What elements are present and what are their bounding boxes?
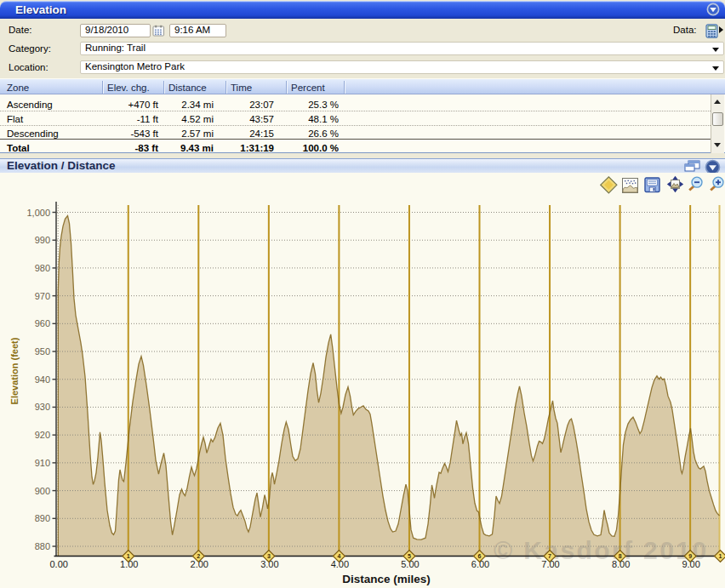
svg-text:9: 9 xyxy=(688,553,692,559)
svg-text:920: 920 xyxy=(35,430,50,440)
svg-text:900: 900 xyxy=(35,486,50,496)
svg-text:7: 7 xyxy=(548,553,551,559)
svg-text:© Kasdorf 2010: © Kasdorf 2010 xyxy=(494,536,708,564)
svg-text:910: 910 xyxy=(35,458,50,468)
svg-text:880: 880 xyxy=(35,541,50,551)
svg-text:960: 960 xyxy=(35,318,50,328)
svg-text:940: 940 xyxy=(35,374,50,385)
svg-text:2: 2 xyxy=(197,553,200,559)
svg-text:6: 6 xyxy=(478,553,482,559)
svg-text:930: 930 xyxy=(35,402,50,412)
svg-text:8: 8 xyxy=(619,553,622,559)
svg-text:1,000: 1,000 xyxy=(26,208,50,218)
svg-text:990: 990 xyxy=(35,235,50,245)
svg-text:970: 970 xyxy=(35,291,50,301)
svg-text:980: 980 xyxy=(35,263,50,273)
svg-text:Distance (miles): Distance (miles) xyxy=(342,573,431,585)
svg-text:0.00: 0.00 xyxy=(49,559,67,569)
svg-text:950: 950 xyxy=(35,346,50,357)
svg-text:1: 1 xyxy=(719,553,722,559)
svg-text:4: 4 xyxy=(337,553,340,559)
svg-text:Elevation (feet): Elevation (feet) xyxy=(9,337,20,404)
svg-text:890: 890 xyxy=(35,513,50,523)
svg-text:1: 1 xyxy=(127,553,130,559)
svg-text:3: 3 xyxy=(267,553,271,559)
svg-text:5: 5 xyxy=(408,553,411,559)
